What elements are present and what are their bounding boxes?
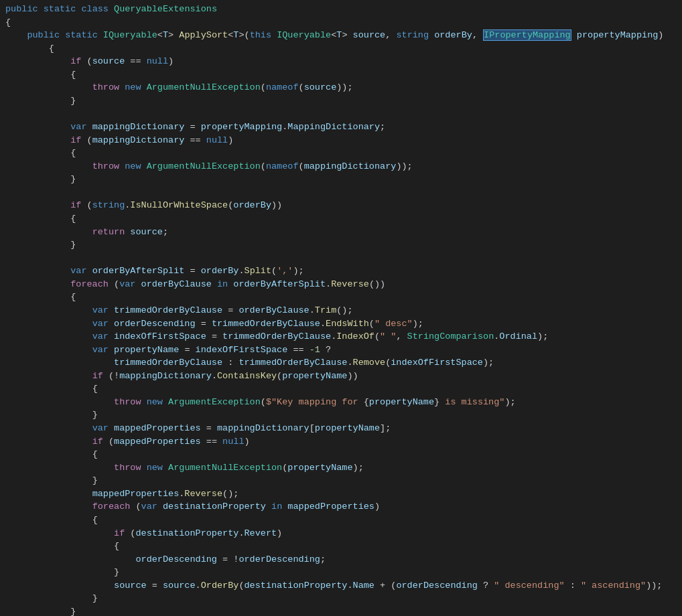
code-line: orderDescending = !orderDescending; bbox=[0, 553, 682, 566]
code-line bbox=[0, 186, 682, 200]
code-line: { bbox=[0, 291, 682, 304]
code-line bbox=[0, 108, 682, 121]
code-line: if (destinationProperty.Revert) bbox=[0, 527, 682, 540]
code-line: { bbox=[0, 212, 682, 226]
code-line: var orderByAfterSplit = orderBy.Split(',… bbox=[0, 264, 682, 278]
code-line: var propertyName = indexOfFirstSpace == … bbox=[0, 343, 682, 357]
code-line: var orderDescending = trimmedOrderByClau… bbox=[0, 317, 682, 331]
code-line: { bbox=[0, 540, 682, 553]
code-line: var mappedProperties = mappingDictionary… bbox=[0, 422, 682, 435]
code-line: } bbox=[0, 408, 682, 422]
code-line: foreach (var orderByClause in orderByAft… bbox=[0, 278, 682, 291]
code-line: { bbox=[0, 514, 682, 527]
code-line: throw new ArgumentNullException(property… bbox=[0, 461, 682, 475]
code-line: if (mappedProperties == null) bbox=[0, 435, 682, 449]
code-line: var indexOfFirstSpace = trimmedOrderByCl… bbox=[0, 330, 682, 343]
code-line: } bbox=[0, 592, 682, 605]
code-line: { bbox=[0, 382, 682, 396]
code-container: public static class QueryableExtensions … bbox=[0, 0, 682, 616]
code-line: var trimmedOrderByClause = orderByClause… bbox=[0, 304, 682, 317]
code-line: { bbox=[0, 68, 682, 82]
code-line: if (source == null) bbox=[0, 55, 682, 68]
code-line: if (string.IsNullOrWhiteSpace(orderBy)) bbox=[0, 199, 682, 212]
code-line: { bbox=[0, 16, 682, 29]
code-line: { bbox=[0, 448, 682, 461]
code-line: trimmedOrderByClause : trimmedOrderByCla… bbox=[0, 356, 682, 370]
code-line: throw new ArgumentNullException(nameof(s… bbox=[0, 81, 682, 94]
code-line: throw new ArgumentException($"Key mappin… bbox=[0, 396, 682, 409]
code-line: } bbox=[0, 94, 682, 108]
code-line: var mappingDictionary = propertyMapping.… bbox=[0, 121, 682, 134]
code-line: } bbox=[0, 238, 682, 252]
code-line: source = source.OrderBy(destinationPrope… bbox=[0, 579, 682, 593]
code-line: public static class QueryableExtensions bbox=[0, 3, 682, 16]
code-line: foreach (var destinationProperty in mapp… bbox=[0, 500, 682, 514]
code-line: return source; bbox=[0, 226, 682, 239]
code-line: } bbox=[0, 173, 682, 186]
code-line: mappedProperties.Reverse(); bbox=[0, 487, 682, 501]
code-line: } bbox=[0, 566, 682, 579]
code-line: if (mappingDictionary == null) bbox=[0, 134, 682, 147]
code-line: throw new ArgumentNullException(nameof(m… bbox=[0, 160, 682, 173]
code-line: } bbox=[0, 605, 682, 616]
code-line: } bbox=[0, 474, 682, 487]
code-line: { bbox=[0, 42, 682, 56]
code-line: if (!mappingDictionary.ContainsKey(prope… bbox=[0, 370, 682, 383]
code-line bbox=[0, 252, 682, 265]
code-line: public static IQueryable<T> ApplySort<T>… bbox=[0, 29, 682, 42]
code-line: { bbox=[0, 147, 682, 160]
